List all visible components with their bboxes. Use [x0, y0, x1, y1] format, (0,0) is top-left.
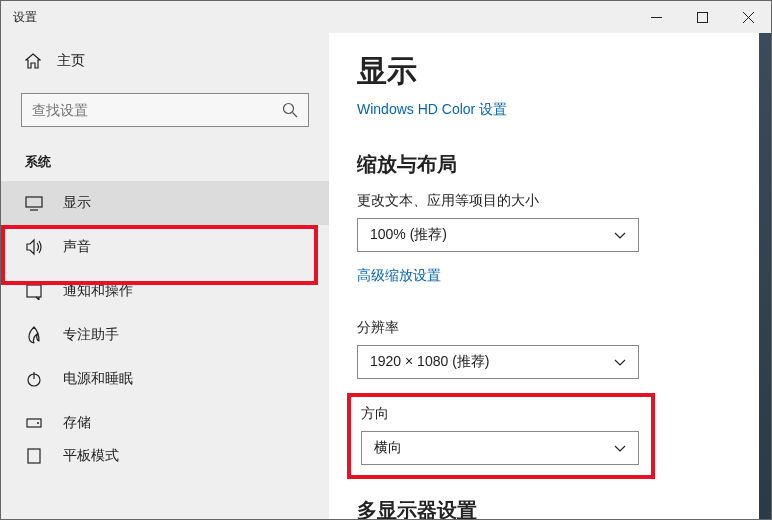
- minimize-button[interactable]: [633, 1, 679, 33]
- sound-icon: [25, 238, 43, 256]
- focus-icon: [25, 326, 43, 344]
- svg-rect-1: [697, 12, 707, 22]
- svg-line-5: [293, 113, 298, 118]
- sidebar: 主页 系统 显示 声音 通知和操作: [1, 33, 329, 519]
- right-edge-strip: [759, 33, 771, 519]
- search-input[interactable]: [32, 102, 282, 118]
- window-body: 主页 系统 显示 声音 通知和操作: [1, 33, 771, 519]
- sidebar-item-sound[interactable]: 声音: [1, 225, 329, 269]
- home-icon: [25, 53, 41, 69]
- resolution-select[interactable]: 1920 × 1080 (推荐): [357, 345, 639, 379]
- multi-display-heading: 多显示器设置: [357, 497, 743, 519]
- svg-rect-13: [28, 449, 40, 463]
- sidebar-item-label: 专注助手: [63, 326, 119, 344]
- close-icon: [743, 12, 754, 23]
- close-button[interactable]: [725, 1, 771, 33]
- sidebar-item-power[interactable]: 电源和睡眠: [1, 357, 329, 401]
- sidebar-item-display[interactable]: 显示: [1, 181, 329, 225]
- orientation-select[interactable]: 横向: [361, 431, 639, 465]
- chevron-down-icon: [614, 442, 626, 454]
- settings-window: 设置 主页 系统 显示: [0, 0, 772, 520]
- scale-value: 100% (推荐): [370, 226, 447, 244]
- page-title: 显示: [357, 51, 743, 92]
- highlight-box-orientation: 方向 横向: [347, 393, 655, 479]
- minimize-icon: [651, 12, 662, 23]
- power-icon: [25, 370, 43, 388]
- tablet-icon: [25, 447, 43, 465]
- svg-rect-6: [26, 197, 42, 207]
- scale-select[interactable]: 100% (推荐): [357, 218, 639, 252]
- sidebar-item-label: 通知和操作: [63, 282, 133, 300]
- orientation-value: 横向: [374, 439, 402, 457]
- resolution-value: 1920 × 1080 (推荐): [370, 353, 489, 371]
- home-label: 主页: [57, 52, 85, 70]
- main-content: 显示 Windows HD Color 设置 缩放与布局 更改文本、应用等项目的…: [329, 33, 771, 519]
- advanced-scale-link[interactable]: 高级缩放设置: [357, 267, 441, 285]
- sidebar-item-label: 显示: [63, 194, 91, 212]
- display-icon: [25, 194, 43, 212]
- sidebar-item-label: 平板模式: [63, 447, 119, 465]
- maximize-button[interactable]: [679, 1, 725, 33]
- maximize-icon: [697, 12, 708, 23]
- scale-label: 更改文本、应用等项目的大小: [357, 192, 743, 210]
- search-box[interactable]: [21, 93, 309, 127]
- sidebar-item-label: 存储: [63, 414, 91, 432]
- titlebar: 设置: [1, 1, 771, 33]
- sidebar-item-focus[interactable]: 专注助手: [1, 313, 329, 357]
- sidebar-item-label: 电源和睡眠: [63, 370, 133, 388]
- notifications-icon: [25, 282, 43, 300]
- svg-point-12: [37, 422, 39, 424]
- chevron-down-icon: [614, 356, 626, 368]
- hd-color-link[interactable]: Windows HD Color 设置: [357, 101, 507, 119]
- sidebar-item-storage[interactable]: 存储: [1, 401, 329, 445]
- chevron-down-icon: [614, 229, 626, 241]
- section-system: 系统: [1, 135, 329, 181]
- svg-point-4: [284, 104, 294, 114]
- scale-heading: 缩放与布局: [357, 151, 743, 178]
- sidebar-item-label: 声音: [63, 238, 91, 256]
- resolution-label: 分辨率: [357, 319, 743, 337]
- window-title: 设置: [1, 9, 37, 26]
- storage-icon: [25, 414, 43, 432]
- orientation-label: 方向: [361, 405, 641, 423]
- home-nav[interactable]: 主页: [1, 41, 329, 81]
- search-icon: [282, 102, 298, 118]
- sidebar-item-notifications[interactable]: 通知和操作: [1, 269, 329, 313]
- svg-rect-8: [27, 285, 41, 297]
- sidebar-item-tablet[interactable]: 平板模式: [1, 445, 329, 465]
